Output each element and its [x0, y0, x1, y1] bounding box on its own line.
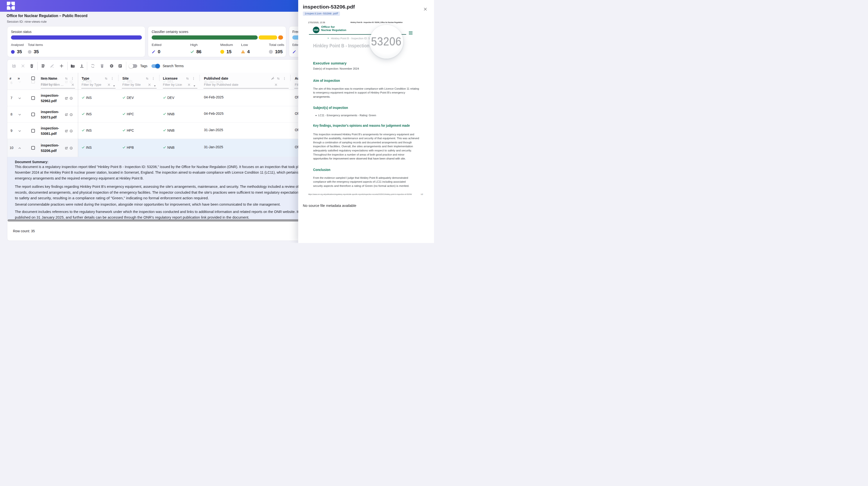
cell-type[interactable]: INS — [82, 96, 92, 100]
summary-heading: Document Summary: — [15, 160, 49, 164]
column-menu-button[interactable] — [192, 77, 195, 81]
filter-input-licensee[interactable]: Filter by Licensee — [163, 83, 182, 87]
item-info-button[interactable] — [70, 146, 73, 151]
row-checkbox[interactable] — [31, 129, 35, 132]
bulk-classify-button[interactable] — [41, 64, 45, 68]
item-name-line1: inspection- — [41, 125, 59, 131]
filter-input-site[interactable]: Filter by Site — [122, 83, 146, 87]
session-progress-bar[interactable] — [11, 35, 142, 39]
search-terms-toggle[interactable] — [151, 64, 159, 68]
cell-type[interactable]: INS — [82, 146, 92, 149]
log-button[interactable] — [118, 64, 122, 68]
row-checkbox[interactable] — [31, 146, 35, 150]
info-icon — [70, 129, 73, 132]
filter-input-type[interactable]: Filter by Type — [82, 83, 103, 87]
sort-button[interactable] — [186, 77, 189, 81]
page: { "app": { "title": "Office for Nuclear … — [0, 0, 434, 243]
add-button[interactable] — [59, 64, 64, 68]
sort-button[interactable] — [146, 77, 149, 81]
cell-licensee[interactable]: NNB — [163, 112, 175, 116]
summary-line: emergency arrangements and the required … — [15, 176, 143, 180]
card-session-status: Session status Analysed Total items 35 3… — [7, 26, 145, 57]
no-metadata-label: No source file metadata available — [303, 204, 356, 208]
column-header-licensee[interactable]: Licensee — [163, 77, 178, 80]
open-item-button[interactable] — [65, 113, 68, 117]
info-icon — [70, 97, 73, 100]
expand-row-button[interactable] — [18, 96, 21, 100]
open-item-button[interactable] — [65, 146, 68, 151]
column-header-type[interactable]: Type — [82, 77, 89, 80]
item-info-button[interactable] — [70, 113, 73, 117]
select-all-checkbox[interactable] — [31, 77, 35, 80]
download-button[interactable] — [80, 64, 84, 68]
expand-row-button[interactable] — [18, 146, 21, 149]
item-info-button[interactable] — [70, 129, 73, 133]
sort-button[interactable] — [277, 77, 280, 81]
cell-type[interactable]: INS — [82, 112, 92, 116]
filter-clear-button[interactable] — [71, 83, 74, 87]
cell-type[interactable]: INS — [82, 128, 92, 132]
expand-all-header[interactable]: » — [18, 76, 20, 81]
filter-underline — [163, 88, 197, 89]
cell-site[interactable]: DEV — [122, 96, 134, 100]
sort-button[interactable] — [65, 77, 68, 81]
edit-button[interactable] — [50, 64, 54, 68]
cell-licensee[interactable]: NNB — [163, 146, 175, 149]
breadcrumb: Hinkley Point B - Inspection ID: 53206 — [331, 37, 370, 40]
filter-clear-button[interactable] — [148, 83, 151, 87]
cell-value: INS — [86, 128, 92, 132]
cell-published[interactable]: 31-Jan-2025 — [204, 145, 223, 149]
column-menu-button[interactable] — [111, 77, 114, 81]
column-separator — [199, 75, 200, 81]
sort-button[interactable] — [104, 77, 108, 81]
cell-licensee[interactable]: NNB — [163, 128, 175, 132]
cell-site[interactable]: HPC — [122, 112, 134, 116]
filter-clear-button[interactable] — [275, 83, 277, 87]
stat: 0 — [152, 49, 160, 55]
archive-button[interactable] — [70, 64, 75, 68]
delete-rows-button[interactable] — [30, 64, 34, 68]
filter-dropdown-button[interactable] — [193, 84, 196, 88]
total-dot — [28, 50, 32, 54]
cell-licensee[interactable]: DEV — [163, 96, 175, 100]
cell-value: NNB — [167, 146, 175, 149]
expand-row-button[interactable] — [18, 129, 21, 132]
filter-input-item[interactable]: Filter by Item ... — [41, 83, 69, 87]
sort-icon — [277, 77, 280, 80]
column-menu-button[interactable] — [283, 77, 286, 81]
settings-button[interactable] — [110, 64, 114, 68]
column-menu-button[interactable] — [71, 77, 74, 81]
open-item-button[interactable] — [65, 129, 68, 133]
scrollbar-thumb[interactable] — [7, 219, 303, 221]
expand-row-button[interactable] — [18, 113, 21, 116]
filter-dropdown-button[interactable] — [113, 84, 115, 88]
discard-button[interactable] — [21, 64, 25, 68]
save-button[interactable] — [12, 64, 16, 68]
cell-site[interactable]: HPC — [122, 128, 134, 132]
cell-site[interactable]: HPB — [122, 146, 134, 149]
app-logo — [7, 2, 15, 10]
open-item-button[interactable] — [65, 96, 68, 101]
filter-dropdown-button[interactable] — [154, 84, 156, 88]
sort-icon — [186, 77, 189, 80]
item-info-button[interactable] — [70, 96, 73, 101]
column-header-item[interactable]: Item Name — [41, 77, 57, 80]
item-name-line1: inspection- — [41, 143, 59, 148]
row-checkbox[interactable] — [31, 113, 35, 116]
filter-clear-button[interactable] — [107, 83, 111, 87]
refresh-button[interactable] — [91, 64, 95, 68]
filter-clear-button[interactable] — [188, 83, 190, 87]
column-header-site[interactable]: Site — [122, 77, 129, 80]
tags-toggle[interactable] — [129, 64, 137, 68]
cell-published[interactable]: 04-Feb-2025 — [204, 95, 223, 99]
column-header-published[interactable]: Published date — [204, 77, 228, 80]
row-checkbox[interactable] — [31, 96, 35, 100]
delete-button[interactable] — [100, 64, 104, 68]
column-menu-button[interactable] — [152, 77, 155, 81]
row-number: 7 — [7, 96, 16, 100]
cell-published[interactable]: 04-Feb-2025 — [204, 112, 223, 116]
cell-published[interactable]: 31-Jan-2025 — [204, 128, 223, 132]
caret-down-icon — [113, 85, 115, 87]
server-bolt-icon — [41, 64, 45, 68]
filter-input-published[interactable]: Filter by Published date — [204, 83, 272, 87]
